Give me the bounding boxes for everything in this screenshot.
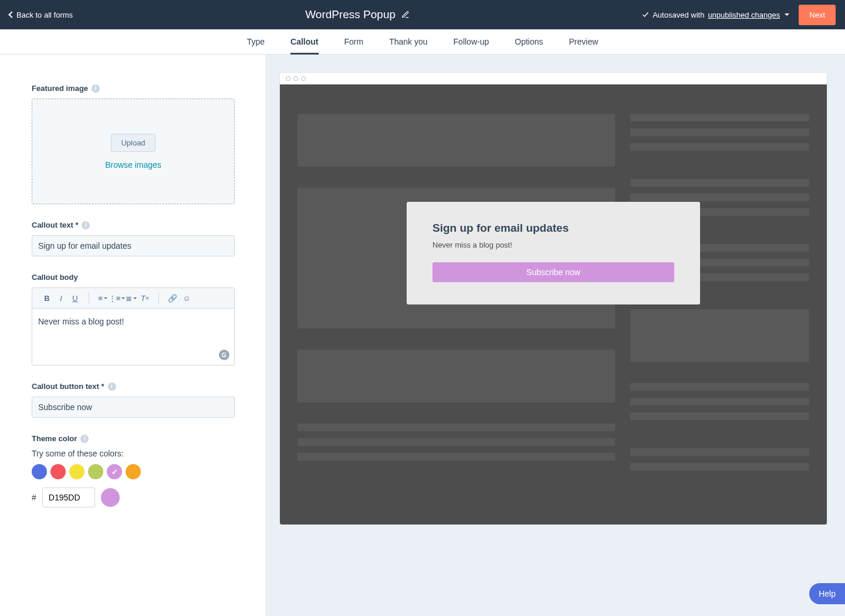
grammarly-icon: G: [219, 350, 229, 360]
upload-dropzone[interactable]: Upload Browse images: [32, 99, 235, 204]
page-title: WordPress Popup: [305, 8, 396, 21]
color-swatch-selected[interactable]: [107, 464, 122, 479]
browse-images-link[interactable]: Browse images: [105, 160, 161, 170]
italic-button[interactable]: I: [55, 292, 67, 304]
window-dot-icon: [301, 76, 306, 81]
color-swatch[interactable]: [88, 464, 103, 479]
rte-toolbar: B I U ≡ ⋮≡ ≣ T× 🔗 ☺: [32, 288, 234, 309]
info-icon[interactable]: i: [108, 383, 116, 391]
tab-preview[interactable]: Preview: [556, 29, 611, 54]
preview-panel: Sign up for email updates Never miss a b…: [265, 55, 845, 616]
next-button[interactable]: Next: [799, 5, 836, 25]
featured-image-label: Featured image i: [32, 84, 235, 93]
info-icon[interactable]: i: [80, 435, 89, 443]
color-swatch[interactable]: [50, 464, 66, 479]
autosave-status: Autosaved with unpublished changes: [642, 11, 789, 19]
tab-bar: Type Callout Form Thank you Follow-up Op…: [0, 29, 845, 55]
preview-viewport: Sign up for email updates Never miss a b…: [280, 84, 827, 524]
back-label: Back to all forms: [16, 11, 73, 19]
skeleton-line: [630, 448, 809, 456]
clear-format-button[interactable]: T×: [138, 292, 151, 304]
preview-popup: Sign up for email updates Never miss a b…: [407, 202, 700, 304]
editor-panel: Featured image i Upload Browse images Ca…: [0, 55, 265, 616]
hash-label: #: [32, 493, 36, 502]
caret-down-icon[interactable]: [785, 13, 789, 16]
callout-text-group: Callout text * i: [32, 221, 235, 256]
window-dot-icon: [286, 76, 290, 81]
skeleton-block: [298, 114, 615, 167]
align-button[interactable]: ≡: [96, 292, 109, 304]
color-swatch[interactable]: [126, 464, 141, 479]
back-to-forms-link[interactable]: Back to all forms: [9, 11, 73, 19]
link-button[interactable]: 🔗: [166, 292, 179, 304]
browser-chrome: [280, 73, 827, 84]
swatch-row: [32, 464, 235, 479]
window-dot-icon: [293, 76, 298, 81]
hex-input[interactable]: [42, 488, 95, 507]
tab-callout[interactable]: Callout: [278, 29, 331, 54]
skeleton-line: [630, 398, 809, 405]
bullet-list-button[interactable]: ⋮≡: [110, 292, 123, 304]
theme-color-label: Theme color i: [32, 434, 235, 443]
try-colors-text: Try some of these colors:: [32, 449, 235, 458]
skeleton-line: [298, 424, 615, 431]
check-icon: [642, 11, 649, 18]
skeleton-line: [630, 194, 809, 201]
skeleton-line: [298, 453, 615, 461]
tab-options[interactable]: Options: [502, 29, 556, 54]
skeleton-line: [630, 383, 809, 391]
hex-row: #: [32, 488, 235, 507]
featured-image-group: Featured image i Upload Browse images: [32, 84, 235, 204]
tab-form[interactable]: Form: [332, 29, 377, 54]
tab-thank-you[interactable]: Thank you: [376, 29, 440, 54]
unpublished-changes-link[interactable]: unpublished changes: [708, 11, 780, 19]
chevron-left-icon: [8, 11, 15, 18]
color-swatch[interactable]: [69, 464, 84, 479]
rich-text-editor: B I U ≡ ⋮≡ ≣ T× 🔗 ☺: [32, 287, 235, 365]
help-button[interactable]: Help: [809, 583, 845, 604]
upload-button[interactable]: Upload: [111, 134, 155, 152]
bold-button[interactable]: B: [40, 292, 53, 304]
skeleton-block: [298, 350, 615, 402]
browser-frame: Sign up for email updates Never miss a b…: [279, 72, 827, 525]
skeleton-line: [630, 128, 809, 136]
app-header: Back to all forms WordPress Popup Autosa…: [0, 0, 845, 29]
tab-follow-up[interactable]: Follow-up: [441, 29, 502, 54]
popup-cta-button[interactable]: Subscribe now: [432, 262, 674, 282]
skeleton-line: [630, 114, 809, 121]
theme-color-group: Theme color i Try some of these colors: …: [32, 434, 235, 507]
info-icon[interactable]: i: [82, 221, 90, 229]
popup-title: Sign up for email updates: [432, 222, 674, 235]
callout-text-label: Callout text * i: [32, 221, 235, 229]
popup-body: Never miss a blog post!: [432, 241, 674, 249]
skeleton-block: [630, 309, 809, 362]
skeleton-line: [630, 412, 809, 420]
underline-button[interactable]: U: [69, 292, 82, 304]
rte-textarea[interactable]: Never miss a blog post! G: [32, 309, 234, 365]
color-swatch[interactable]: [32, 464, 47, 479]
info-icon[interactable]: i: [92, 84, 100, 93]
callout-body-group: Callout body B I U ≡ ⋮≡ ≣ T×: [32, 273, 235, 365]
skeleton-line: [630, 463, 809, 471]
edit-pencil-icon[interactable]: [401, 11, 410, 19]
callout-body-label: Callout body: [32, 273, 235, 282]
callout-text-input[interactable]: [32, 235, 235, 256]
hex-preview-swatch: [101, 488, 120, 507]
callout-button-input[interactable]: [32, 397, 235, 418]
callout-button-label: Callout button text * i: [32, 382, 235, 391]
main-layout: Featured image i Upload Browse images Ca…: [0, 55, 845, 616]
callout-button-group: Callout button text * i: [32, 382, 235, 418]
skeleton-line: [630, 179, 809, 187]
skeleton-line: [630, 143, 809, 151]
tab-type[interactable]: Type: [234, 29, 278, 54]
emoji-button[interactable]: ☺: [180, 292, 193, 304]
page-title-wrap: WordPress Popup: [73, 8, 642, 21]
numbered-list-button[interactable]: ≣: [124, 292, 137, 304]
skeleton-line: [298, 438, 615, 446]
autosave-prefix: Autosaved with: [653, 11, 704, 19]
